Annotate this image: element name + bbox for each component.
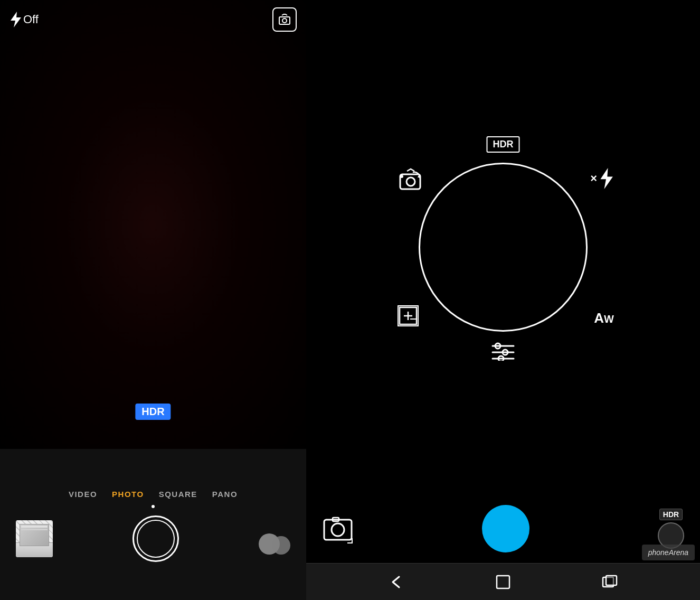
effect-circle-2	[272, 536, 290, 555]
settings-icon	[490, 342, 516, 361]
watermark-text: phoneArena	[648, 548, 688, 557]
hdr-badge-left[interactable]: HDR	[135, 404, 171, 420]
flash-control[interactable]: Off	[10, 12, 39, 27]
watermark: phoneArena	[642, 545, 695, 560]
mode-photo[interactable]: PHOTO	[112, 487, 144, 501]
hdr-label: HDR	[493, 139, 514, 150]
shutter-button[interactable]	[133, 515, 179, 562]
flash-icon	[10, 12, 21, 27]
recents-icon	[602, 575, 618, 589]
shutter-inner	[137, 520, 175, 558]
radial-settings-button[interactable]	[490, 342, 516, 361]
svg-marker-0	[11, 12, 21, 27]
radial-flash-button[interactable]: ×	[590, 168, 614, 189]
mode-square[interactable]: SQUARE	[159, 487, 197, 501]
radial-exposure-button[interactable]	[398, 305, 419, 326]
right-hdr-group: HDR	[658, 509, 684, 549]
right-controls: HDR	[306, 494, 700, 563]
home-icon	[495, 574, 511, 590]
radial-menu: HDR ×	[408, 152, 598, 342]
thumbnail-preview	[16, 520, 53, 557]
effects-button[interactable]	[259, 523, 290, 555]
right-camera-button[interactable]	[322, 513, 354, 545]
right-hdr-badge[interactable]: HDR	[659, 509, 683, 520]
flash-label: Off	[23, 13, 39, 26]
left-panel: Off HDR VIDEO PHOTO SQUARE PANO	[0, 0, 306, 600]
svg-point-2	[282, 18, 287, 23]
radial-flip-button[interactable]	[398, 168, 424, 194]
right-viewfinder: HDR ×	[306, 0, 700, 494]
flash-x: ×	[590, 172, 597, 185]
awb-label: AW	[594, 310, 614, 326]
flip-camera-button[interactable]	[272, 7, 297, 32]
nav-back-button[interactable]	[381, 566, 413, 598]
nav-recents-button[interactable]	[594, 566, 626, 598]
svg-marker-6	[600, 168, 613, 189]
right-shutter-button[interactable]	[482, 505, 529, 552]
right-bottom-bar: HDR phoneArena	[306, 494, 700, 600]
svg-rect-20	[497, 576, 509, 588]
corner-marker	[347, 538, 353, 543]
svg-point-5	[400, 175, 403, 178]
photo-thumbnail[interactable]	[16, 520, 53, 557]
radial-flash-icon	[598, 168, 614, 189]
left-viewfinder: Off HDR	[0, 0, 306, 449]
mode-pano[interactable]: PANO	[212, 487, 238, 501]
nav-bar	[306, 563, 700, 600]
exposure-icon	[398, 305, 419, 326]
flip-camera-icon	[278, 14, 291, 25]
nav-home-button[interactable]	[487, 566, 519, 598]
svg-point-4	[406, 177, 415, 186]
left-controls	[5, 515, 301, 562]
mode-video[interactable]: VIDEO	[69, 487, 97, 501]
radial-flip-icon	[398, 168, 424, 194]
right-panel: HDR ×	[306, 0, 700, 600]
radial-circle	[419, 163, 588, 332]
left-top-bar: Off	[0, 0, 306, 39]
svg-point-18	[332, 523, 344, 536]
left-bottom-bar: VIDEO PHOTO SQUARE PANO	[0, 449, 306, 600]
back-icon	[389, 575, 405, 589]
radial-awb-button[interactable]: AW	[594, 310, 614, 326]
active-mode-dot	[152, 505, 155, 508]
svg-rect-22	[606, 576, 617, 585]
hdr-button[interactable]: HDR	[487, 136, 520, 153]
mode-tabs: VIDEO PHOTO SQUARE PANO	[69, 487, 238, 501]
